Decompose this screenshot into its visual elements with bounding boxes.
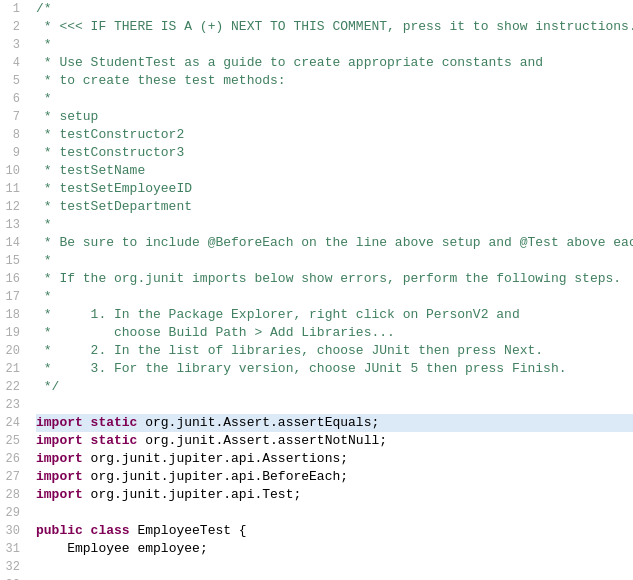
code-line: import static org.junit.Assert.assertNot… [36,432,633,450]
code-line [36,558,633,576]
code-line: * 1. In the Package Explorer, right clic… [36,306,633,324]
line-number: 3 [4,36,20,54]
line-number: 11 [4,180,20,198]
code-line: * testSetDepartment [36,198,633,216]
code-line: public class EmployeeTest { [36,522,633,540]
code-line: * [36,90,633,108]
code-line: */ [36,378,633,396]
line-numbers: 1234567891011121314151617181920212223242… [0,0,28,580]
line-number: 17 [4,288,20,306]
code-line: * 2. In the list of libraries, choose JU… [36,342,633,360]
line-number: 26 [4,450,20,468]
line-number: 30 [4,522,20,540]
line-number: 10 [4,162,20,180]
line-number: 25 [4,432,20,450]
line-number: 13 [4,216,20,234]
line-number: 9 [4,144,20,162]
line-number: 21 [4,360,20,378]
code-line: * testSetEmployeeID [36,180,633,198]
line-number: 18 [4,306,20,324]
code-line: * [36,216,633,234]
code-line: * testSetName [36,162,633,180]
code-line: * [36,36,633,54]
code-line: * Use StudentTest as a guide to create a… [36,54,633,72]
line-number: 20 [4,342,20,360]
code-line: import org.junit.jupiter.api.Test; [36,486,633,504]
code-line: * testConstructor2 [36,126,633,144]
code-line: import org.junit.jupiter.api.Assertions; [36,450,633,468]
code-content[interactable]: /* * <<< IF THERE IS A (+) NEXT TO THIS … [28,0,633,580]
code-line: * 3. For the library version, choose JUn… [36,360,633,378]
line-number: 8 [4,126,20,144]
code-editor: 1234567891011121314151617181920212223242… [0,0,633,580]
line-number: 32 [4,558,20,576]
line-number: 7 [4,108,20,126]
line-number: 1 [4,0,20,18]
line-number: 19 [4,324,20,342]
code-line: * [36,288,633,306]
line-number: 31 [4,540,20,558]
line-number: 28 [4,486,20,504]
code-line: * [36,252,633,270]
line-number: 23 [4,396,20,414]
line-number: 6 [4,90,20,108]
line-number: 24 [4,414,20,432]
line-number: 33 [4,576,20,580]
code-line: * <<< IF THERE IS A (+) NEXT TO THIS COM… [36,18,633,36]
line-number: 5 [4,72,20,90]
line-number: 27 [4,468,20,486]
code-line: * Be sure to include @BeforeEach on the … [36,234,633,252]
code-line: /* [36,0,633,18]
line-number: 12 [4,198,20,216]
code-line [36,576,633,580]
code-line [36,504,633,522]
code-line [36,396,633,414]
line-number: 29 [4,504,20,522]
code-line: * choose Build Path > Add Libraries... [36,324,633,342]
line-number: 4 [4,54,20,72]
line-number: 14 [4,234,20,252]
line-number: 2 [4,18,20,36]
code-line: * to create these test methods: [36,72,633,90]
line-number: 22 [4,378,20,396]
code-line: import static org.junit.Assert.assertEqu… [36,414,633,432]
code-line: * testConstructor3 [36,144,633,162]
code-line: * If the org.junit imports below show er… [36,270,633,288]
code-line: Employee employee; [36,540,633,558]
code-line: import org.junit.jupiter.api.BeforeEach; [36,468,633,486]
code-line: * setup [36,108,633,126]
line-number: 16 [4,270,20,288]
line-number: 15 [4,252,20,270]
